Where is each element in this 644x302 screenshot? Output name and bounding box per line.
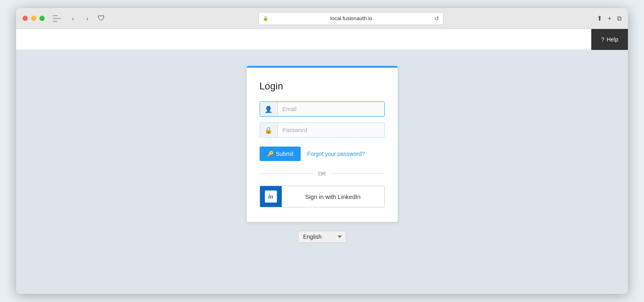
refresh-icon[interactable]: ↺ [434,15,439,22]
submit-button[interactable]: 🔑 Submit [260,147,301,161]
submit-label: Submit [276,151,294,157]
email-input-group: 👤 [260,101,385,117]
url-text: local.fusionauth.io [271,15,432,21]
address-bar[interactable]: 🔒 local.fusionauth.io ↺ [258,12,444,25]
sidebar-toggle-bar [53,21,58,22]
address-bar-container: 🔒 local.fusionauth.io ↺ [110,12,592,25]
maximize-button[interactable] [39,16,45,21]
or-divider: OR [260,171,385,177]
close-button[interactable] [23,16,28,21]
linkedin-button[interactable]: in Sign in with LinkedIn [260,186,385,207]
login-title: Login [260,81,385,92]
divider-line-left [260,174,314,174]
browser-titlebar: ‹ › 🛡 🔒 local.fusionauth.io ↺ ⬆ + ⧉ [16,8,628,29]
help-icon: ? [601,36,604,43]
help-label: Help [607,36,618,43]
lock-icon: 🔒 [263,16,268,21]
browser-window: ‹ › 🛡 🔒 local.fusionauth.io ↺ ⬆ + ⧉ ? He… [16,8,628,294]
back-button[interactable]: ‹ [67,13,78,24]
user-icon: 👤 [260,102,278,116]
lock-field-icon: 🔒 [260,123,278,137]
page-content: Login 👤 🔒 🔑 Submit Forgo [16,50,628,294]
linkedin-icon-wrap: in [260,186,282,207]
linkedin-label: Sign in with LinkedIn [282,193,384,200]
shield-icon: 🛡 [98,14,105,23]
card-inner: Login 👤 🔒 🔑 Submit Forgo [247,68,398,222]
language-selector: English Spanish French German [298,231,346,243]
forward-button[interactable]: › [82,13,93,24]
tabs-icon[interactable]: ⧉ [617,15,621,22]
help-button[interactable]: ? Help [591,29,628,50]
password-field[interactable] [278,123,384,137]
forgot-password-link[interactable]: Forgot your password? [307,151,365,157]
new-tab-icon[interactable]: + [608,15,611,22]
key-icon: 🔑 [267,151,274,157]
sidebar-toggle-bar [53,18,61,19]
sidebar-toggle-bar [53,15,58,16]
password-input-group: 🔒 [260,122,385,138]
language-select[interactable]: English Spanish French German [298,231,346,243]
form-actions: 🔑 Submit Forgot your password? [260,147,385,161]
sidebar-toggle[interactable] [53,15,61,22]
divider-text: OR [318,171,326,177]
login-card: Login 👤 🔒 🔑 Submit Forgo [247,66,398,222]
linkedin-icon: in [265,190,277,203]
browser-topbar: ? Help [16,29,628,50]
divider-line-right [331,174,385,174]
email-field[interactable] [278,102,384,116]
share-icon[interactable]: ⬆ [597,14,602,22]
browser-nav: ‹ › [67,13,93,24]
minimize-button[interactable] [31,16,36,21]
traffic-lights [23,16,45,21]
browser-actions: ⬆ + ⧉ [597,14,621,22]
